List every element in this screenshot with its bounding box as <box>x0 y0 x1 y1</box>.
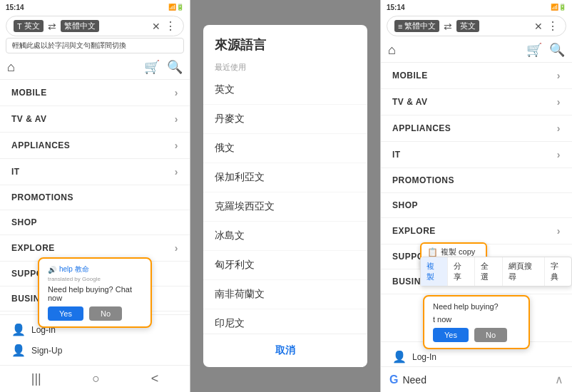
language-modal: 來源語言 最近使用 英文 丹麥文 俄文 保加利亞文 克羅埃西亞文 冰島文 匈牙利… <box>203 25 367 367</box>
context-menu-dictionary[interactable]: 字典 <box>545 257 571 286</box>
left-yes-button[interactable]: Yes <box>48 306 83 321</box>
left-nav-back-icon[interactable]: < <box>151 371 159 386</box>
left-menu-item-shop[interactable]: SHOP <box>0 210 190 235</box>
translate-icon: T <box>17 22 22 31</box>
left-no-button[interactable]: No <box>89 306 122 321</box>
right-google-logo: G <box>389 373 398 386</box>
right-google-expand[interactable]: ∧ <box>555 373 563 386</box>
left-chevron-it: › <box>175 166 178 177</box>
lang-item-4[interactable]: 克羅埃西亞文 <box>203 192 367 222</box>
right-status-bar: 15:14 📶🔋 <box>381 0 572 14</box>
left-search-icon[interactable]: 🔍 <box>167 59 183 75</box>
lang-list: 英文 丹麥文 俄文 保加利亞文 克羅埃西亞文 冰島文 匈牙利文 南非荷蘭文 印尼… <box>203 76 367 334</box>
lang-cancel-button[interactable]: 取消 <box>203 334 367 367</box>
lang-item-2[interactable]: 俄文 <box>203 134 367 163</box>
right-btn-row: Yes No <box>433 328 520 342</box>
left-cart-icon[interactable]: 🛒 <box>144 59 160 75</box>
lang-item-1[interactable]: 丹麥文 <box>203 105 367 134</box>
left-translation-close[interactable]: ✕ <box>152 21 160 32</box>
left-chat-popup: 🔊 help 教命 translated by Google Need help… <box>38 257 152 328</box>
right-cart-icon[interactable]: 🛒 <box>526 42 542 58</box>
right-status-time: 15:14 <box>387 4 405 11</box>
left-chevron-explore: › <box>175 242 178 254</box>
left-chevron-appliances: › <box>175 140 178 151</box>
right-lang-source[interactable]: ≡ 繁體中文 <box>394 20 439 32</box>
left-translation-bar[interactable]: T 英文 ⇄ 繁體中文 ✕ ⋮ <box>6 16 184 36</box>
right-phone-panel: 15:14 📶🔋 ≡ 繁體中文 ⇄ 英文 ✕ ⋮ ⌂ 🛒 🔍 MOBILE › … <box>381 0 572 392</box>
left-chevron-tvav: › <box>175 113 178 125</box>
right-nav-right: 🛒 🔍 <box>526 42 565 58</box>
right-home-icon[interactable]: ⌂ <box>388 43 396 58</box>
right-login-item[interactable]: 👤 Log-In <box>392 346 561 367</box>
right-translation-more[interactable]: ⋮ <box>547 19 558 33</box>
context-menu-selectall[interactable]: 全選 <box>475 257 502 286</box>
left-nav-right: 🛒 🔍 <box>144 59 183 75</box>
left-translation-more[interactable]: ⋮ <box>165 19 176 33</box>
lang-item-5[interactable]: 冰島文 <box>203 222 367 251</box>
right-copy-icon: 📋 <box>427 247 438 257</box>
right-translation-bar[interactable]: ≡ 繁體中文 ⇄ 英文 ✕ ⋮ <box>387 16 566 36</box>
right-menu-item-appliances[interactable]: APPLIANCES › <box>381 115 572 142</box>
right-translate-icon: ≡ <box>398 22 402 31</box>
lang-item-7[interactable]: 南非荷蘭文 <box>203 280 367 309</box>
left-menu-item-it[interactable]: IT › <box>0 159 190 185</box>
right-menu-item-it[interactable]: IT › <box>381 142 572 168</box>
left-help-row: 🔊 help 教命 <box>48 264 142 274</box>
left-user-icon-login: 👤 <box>11 323 26 336</box>
left-lang-target[interactable]: 繁體中文 <box>61 20 99 32</box>
left-nav-home-icon[interactable]: ○ <box>92 371 100 386</box>
left-chat-text: Need help buying? Chat now <box>48 285 142 302</box>
lang-item-8[interactable]: 印尼文 <box>203 309 367 334</box>
left-status-bar: 15:14 📶🔋 <box>0 0 190 14</box>
left-status-icons: 📶🔋 <box>168 4 184 11</box>
right-menu-item-explore[interactable]: EXPLORE › <box>381 218 572 244</box>
left-menu-item-tvav[interactable]: TV & AV › <box>0 106 190 133</box>
right-yes-button[interactable]: Yes <box>433 328 469 342</box>
lang-modal-title: 來源語言 <box>203 25 367 59</box>
left-bottom-bar: ||| ○ < <box>0 365 190 392</box>
right-menu-item-mobile[interactable]: MOBILE › <box>381 63 572 89</box>
left-nav-bar: ⌂ 🛒 🔍 <box>0 55 190 80</box>
lang-section-label: 最近使用 <box>203 59 367 76</box>
right-chevron-it: › <box>557 149 561 160</box>
right-google-label: G Need <box>389 373 427 386</box>
left-tooltip: 輕觸此處以於字詞與文句翻譯間切換 <box>6 38 184 53</box>
lang-item-6[interactable]: 匈牙利文 <box>203 251 367 280</box>
right-chat-text: Need help buying? <box>433 302 520 311</box>
left-menu-item-promotions[interactable]: PROMOTIONS <box>0 185 190 210</box>
right-context-menu: 複製 分享 全選 網頁搜尋 字典 <box>420 257 572 287</box>
context-menu-share[interactable]: 分享 <box>448 257 475 286</box>
left-lang-arrow: ⇄ <box>48 21 56 32</box>
right-google-bar[interactable]: G Need ∧ <box>381 366 572 392</box>
left-home-icon[interactable]: ⌂ <box>7 60 15 75</box>
left-signup-item[interactable]: 👤 Sign-Up <box>11 340 178 361</box>
right-copy-row[interactable]: 📋 複製 copy <box>427 247 480 257</box>
left-menu-item-appliances[interactable]: APPLIANCES › <box>0 133 190 159</box>
context-menu-copy[interactable]: 複製 <box>421 257 448 286</box>
left-lang-source[interactable]: T 英文 <box>14 20 44 32</box>
right-chevron-explore: › <box>557 225 561 237</box>
right-menu-item-tvav[interactable]: TV & AV › <box>381 89 572 115</box>
left-nav-menu-icon[interactable]: ||| <box>31 371 41 386</box>
right-translation-close[interactable]: ✕ <box>534 21 543 32</box>
right-chat-subtext: t now <box>433 315 520 324</box>
left-menu-item-mobile[interactable]: MOBILE › <box>0 80 190 106</box>
right-nav-bar: ⌂ 🛒 🔍 <box>381 38 572 63</box>
context-menu-websearch[interactable]: 網頁搜尋 <box>503 257 545 286</box>
right-lang-arrow: ⇄ <box>444 21 452 32</box>
right-no-button[interactable]: No <box>474 328 507 342</box>
lang-item-0[interactable]: 英文 <box>203 76 367 105</box>
middle-panel: 來源語言 最近使用 英文 丹麥文 俄文 保加利亞文 克羅埃西亞文 冰島文 匈牙利… <box>190 0 381 392</box>
left-btn-row: Yes No <box>48 306 142 321</box>
lang-item-3[interactable]: 保加利亞文 <box>203 163 367 192</box>
right-chevron-tvav: › <box>557 96 561 108</box>
right-lang-target[interactable]: 英文 <box>456 20 479 32</box>
right-search-icon[interactable]: 🔍 <box>549 42 565 58</box>
right-chevron-appliances: › <box>557 123 561 134</box>
right-menu-item-shop[interactable]: SHOP <box>381 193 572 218</box>
right-menu-item-promotions[interactable]: PROMOTIONS <box>381 168 572 193</box>
right-chevron-mobile: › <box>557 70 561 81</box>
left-translated-by: translated by Google <box>48 276 142 282</box>
right-status-icons: 📶🔋 <box>551 4 566 11</box>
left-phone-panel: 15:14 📶🔋 T 英文 ⇄ 繁體中文 ✕ ⋮ 輕觸此處以於字詞與文句翻譯間切… <box>0 0 190 392</box>
